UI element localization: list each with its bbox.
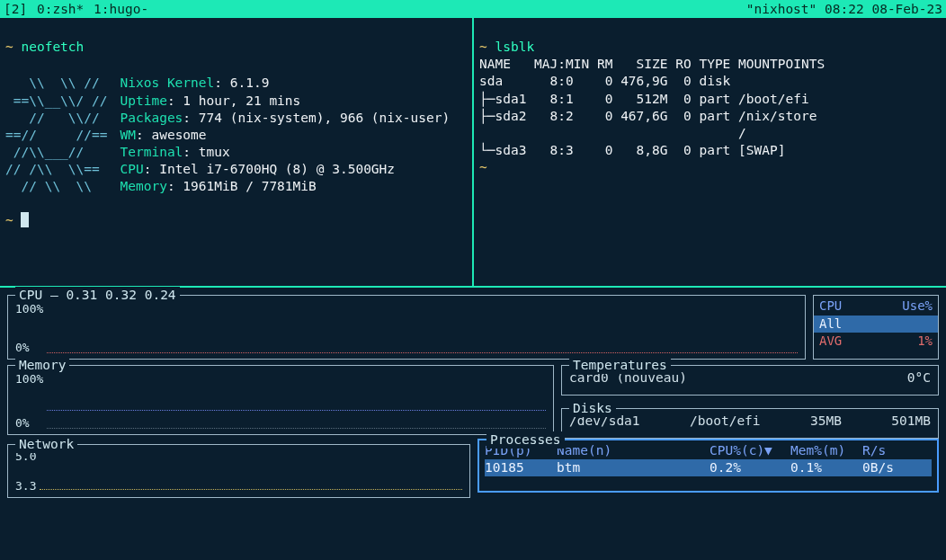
cursor-icon — [21, 212, 29, 227]
swap-plot-line — [47, 428, 546, 429]
terminal-pane-right[interactable]: ~ lsblk NAME MAJ:MIN RM SIZE RO TYPE MOU… — [474, 18, 946, 288]
disks-widget-title: Disks — [569, 400, 616, 417]
mem-axis-lo: 0% — [15, 415, 43, 431]
processes-widget[interactable]: Processes PID(p) Name(n) CPU%(c)▼ Mem%(m… — [477, 439, 939, 493]
temp-widget-title: Temperatures — [569, 357, 671, 374]
disks-widget[interactable]: Disks /dev/sda1 /boot/efi 35MB 501MB — [561, 408, 939, 439]
disk-used: 35MB — [810, 413, 842, 434]
prompt-tilde: ~ — [5, 40, 21, 54]
prompt-tilde: ~ — [5, 213, 21, 227]
temp-sensor-value: 0°C — [907, 369, 931, 391]
processes-widget-title: Processes — [486, 431, 565, 449]
prompt-tilde: ~ — [479, 40, 495, 54]
tmux-windows: [2] 0:zsh* 1:hugo- — [4, 0, 150, 18]
lsblk-header: NAME MAJ:MIN RM SIZE RO TYPE MOUNTPOINTS — [479, 57, 825, 71]
mem-plot-line — [47, 410, 546, 411]
system-monitor[interactable]: CPU — 0.31 0.32 0.24 100% 0% CPU Use% Al… — [0, 288, 946, 502]
tmux-session: [2] — [4, 2, 27, 16]
lsblk-row: sda 8:0 0 476,9G 0 disk — [479, 74, 738, 88]
tmux-status-bar: [2] 0:zsh* 1:hugo- "nixhost" 08:22 08-Fe… — [0, 0, 946, 18]
tmux-hostname: "nixhost" — [746, 2, 817, 16]
cpu-table-hdr-cpu: CPU — [819, 298, 842, 314]
lsblk-row: └─sda3 8:3 0 8,8G 0 part [SWAP] — [479, 143, 785, 157]
tmux-window-1[interactable]: 1:hugo- — [94, 2, 148, 16]
cpu-table-hdr-use: Use% — [902, 298, 933, 314]
temperatures-widget[interactable]: Temperatures card0 (nouveau) 0°C — [561, 365, 939, 396]
net-plot-line — [40, 489, 462, 490]
tmux-clock: 08:22 08-Feb-23 — [825, 2, 942, 16]
lsblk-row: ├─sda2 8:2 0 467,6G 0 part /nix/store — [479, 109, 817, 123]
cpu-graph-widget[interactable]: CPU — 0.31 0.32 0.24 100% 0% — [7, 295, 806, 360]
net-axis-lo: 3.3 — [15, 478, 36, 493]
terminal-pane-left[interactable]: ~ neofetch \\ \\ // ==\\__\\/ // // \\//… — [0, 18, 474, 288]
cpu-table-widget[interactable]: CPU Use% All AVG 1% — [813, 295, 939, 360]
neofetch-info: Nixos Kernel: 6.1.9 Uptime: 1 hour, 21 m… — [120, 75, 451, 195]
tmux-window-0[interactable]: 0:zsh* — [37, 2, 84, 16]
cpu-row-avg[interactable]: AVG 1% — [814, 333, 938, 349]
lsblk-row: ├─sda1 8:1 0 512M 0 part /boot/efi — [479, 92, 809, 106]
prompt-tilde: ~ — [479, 160, 487, 174]
neofetch-command: neofetch — [21, 40, 84, 54]
lsblk-command: lsblk — [495, 40, 534, 54]
disk-mount: /boot/efi — [690, 413, 761, 434]
cpu-axis-lo: 0% — [15, 340, 43, 355]
cpu-row-all[interactable]: All — [814, 316, 938, 332]
cpu-plot-line — [47, 352, 798, 353]
lsblk-row: / — [479, 126, 746, 140]
neofetch-ascii-logo: \\ \\ // ==\\__\\/ // // \\// ==// //== … — [5, 75, 108, 195]
process-row[interactable]: 10185 btm 0.2% 0.1% 0B/s — [485, 459, 932, 476]
network-graph-widget[interactable]: Network 5.0 3.3 — [7, 444, 470, 498]
disk-total: 501MB — [891, 413, 931, 434]
tmux-status-right: "nixhost" 08:22 08-Feb-23 — [746, 0, 942, 18]
memory-graph-widget[interactable]: Memory 100% 0% — [7, 365, 554, 435]
